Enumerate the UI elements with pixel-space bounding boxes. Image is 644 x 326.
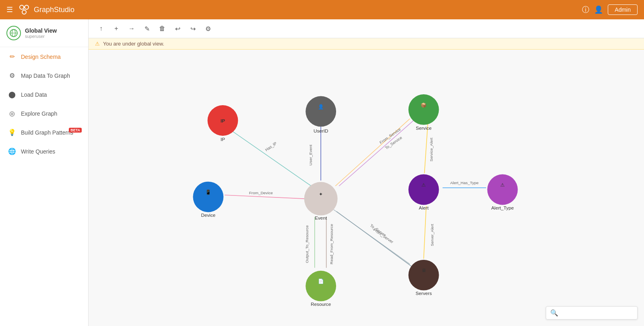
node-event[interactable] <box>304 182 338 216</box>
node-alert-type-text: Alert_Type <box>491 205 514 210</box>
load-data-label: Load Data <box>21 91 47 98</box>
edge-from-server <box>336 212 413 268</box>
toolbar-redo-btn[interactable]: ↪ <box>187 23 199 35</box>
superuser-label: superuser <box>25 34 57 39</box>
toolbar-undo-btn[interactable]: ↩ <box>171 23 184 35</box>
edge-label-alert-has-type: Alert_Has_Type <box>450 181 479 185</box>
node-servers-icon: 🖥 <box>421 268 426 273</box>
admin-button[interactable]: Admin <box>608 4 638 15</box>
global-view-title: Global View <box>25 27 57 34</box>
explore-graph-icon: ◎ <box>8 110 16 117</box>
user-icon[interactable]: 👤 <box>594 5 603 14</box>
node-device[interactable] <box>193 182 223 212</box>
logo-text: GraphStudio <box>34 6 74 14</box>
content-area: ↑ + → ✎ 🗑 ↩ ↪ ⚙ ⚠ You are under global v… <box>89 19 644 326</box>
load-data-icon: ⬤ <box>8 91 16 98</box>
warning-icon: ⚠ <box>95 41 100 47</box>
beta-badge: BETA <box>69 128 82 133</box>
node-service[interactable] <box>409 94 439 125</box>
edge-label-service-alert: Service_Alert <box>429 138 433 162</box>
graph-canvas[interactable]: Has_IP User_Event From_Service To_Servic… <box>89 50 644 326</box>
node-ip-text: IP <box>221 137 225 142</box>
toolbar-add-btn[interactable]: + <box>110 23 122 35</box>
explore-graph-label: Explore Graph <box>21 110 57 117</box>
edge-has-ip <box>230 130 319 191</box>
node-userid[interactable] <box>305 96 336 127</box>
sidebar-item-load-data[interactable]: ⬤ Load Data <box>0 85 88 104</box>
toolbar-connect-btn[interactable]: → <box>126 23 138 35</box>
map-data-label: Map Data To Graph <box>21 73 70 79</box>
sidebar-item-build-patterns[interactable]: 💡 Build Graph Patterns BETA <box>0 123 88 142</box>
node-event-icon: ✦ <box>319 191 323 197</box>
design-schema-label: Design Schema <box>21 54 61 60</box>
edge-label-output-resource: Output_To_Resource <box>305 225 309 263</box>
node-service-text: Service <box>416 125 431 131</box>
node-alert-type-icon: ⚠ <box>500 182 505 187</box>
svg-point-0 <box>20 5 24 9</box>
svg-point-2 <box>22 10 26 14</box>
logo-icon <box>18 3 31 16</box>
node-device-text: Device <box>201 212 215 218</box>
main-layout: Global View superuser ✏ Design Schema ⚙ … <box>0 19 644 326</box>
toolbar-settings-btn[interactable]: ⚙ <box>202 23 214 35</box>
node-event-text: Event <box>315 215 327 220</box>
node-servers-text: Servers <box>415 291 432 296</box>
header-right: ⓘ 👤 Admin <box>582 4 638 15</box>
edge-server-alert <box>424 206 426 259</box>
write-queries-label: Write Queries <box>21 148 55 155</box>
toolbar-edit-btn[interactable]: ✎ <box>141 23 153 35</box>
build-patterns-label: Build Graph Patterns <box>21 129 73 136</box>
sidebar-brand: Global View superuser <box>0 19 88 47</box>
node-alert-icon: ⚠ <box>421 182 426 187</box>
node-resource-icon: 📄 <box>318 278 324 284</box>
search-input[interactable] <box>561 310 633 316</box>
node-service-icon: 📦 <box>421 102 427 108</box>
sidebar-item-explore-graph[interactable]: ◎ Explore Graph <box>0 104 88 123</box>
edge-label-from-server: From_Server <box>373 227 394 245</box>
toolbar: ↑ + → ✎ 🗑 ↩ ↪ ⚙ <box>89 19 644 38</box>
sidebar: Global View superuser ✏ Design Schema ⚙ … <box>0 19 89 326</box>
search-box: 🔍 <box>546 306 638 320</box>
node-resource[interactable] <box>305 271 336 301</box>
edge-label-server-alert: Server_Alert <box>430 224 434 246</box>
logo: GraphStudio <box>18 3 74 16</box>
sidebar-item-map-data[interactable]: ⚙ Map Data To Graph <box>0 66 88 85</box>
brand-text: Global View superuser <box>25 27 57 39</box>
menu-icon[interactable]: ☰ <box>6 5 13 14</box>
toolbar-delete-btn[interactable]: 🗑 <box>156 23 168 35</box>
edge-from-device <box>225 195 305 199</box>
node-alert-type[interactable] <box>487 174 518 205</box>
map-data-icon: ⚙ <box>8 72 16 79</box>
globe-icon <box>9 29 18 37</box>
toolbar-up-btn[interactable]: ↑ <box>95 23 107 35</box>
build-patterns-icon: 💡 <box>8 129 16 136</box>
graph-svg: Has_IP User_Event From_Service To_Servic… <box>89 50 644 326</box>
edge-to-service <box>339 120 413 186</box>
header: ☰ GraphStudio ⓘ 👤 Admin <box>0 0 644 19</box>
node-servers[interactable] <box>409 260 439 291</box>
node-alert[interactable] <box>409 174 439 205</box>
node-alert-text: Alert <box>419 205 429 210</box>
edge-label-from-device: From_Device <box>249 191 273 195</box>
edge-label-has-ip: Has_IP <box>264 141 278 152</box>
global-view-icon <box>6 26 21 40</box>
info-icon[interactable]: ⓘ <box>582 5 589 15</box>
sidebar-item-write-queries[interactable]: 🌐 Write Queries <box>0 142 88 161</box>
search-icon: 🔍 <box>550 309 558 317</box>
design-schema-icon: ✏ <box>8 53 16 60</box>
alert-banner: ⚠ You are under global view. <box>89 38 644 50</box>
alert-text: You are under global view. <box>103 41 164 47</box>
node-resource-text: Resource <box>311 301 331 307</box>
edge-label-read-resource: Read_From_Resource <box>329 224 334 264</box>
node-ip-label: IP <box>221 118 225 123</box>
header-left: ☰ GraphStudio <box>6 3 74 16</box>
sidebar-item-design-schema[interactable]: ✏ Design Schema <box>0 47 88 66</box>
node-userid-text: UserID <box>314 128 328 133</box>
node-userid-icon: 👤 <box>318 104 324 110</box>
node-device-icon: 📱 <box>205 189 211 195</box>
edge-label-user-event: User_Event <box>308 145 313 166</box>
write-queries-icon: 🌐 <box>8 147 16 155</box>
